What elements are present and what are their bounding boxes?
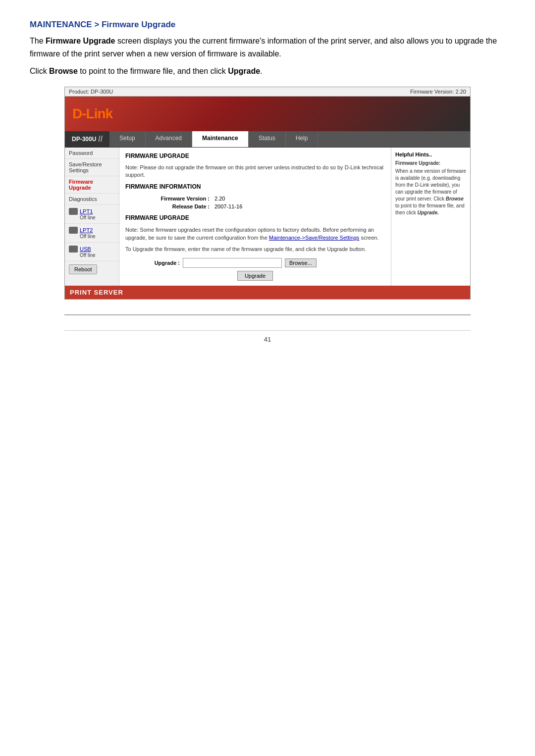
router-ui: Product: DP-300U Firmware Version: 2.20 … <box>64 87 471 300</box>
browse-reference: Browse <box>49 67 78 75</box>
nav-slash: // <box>98 135 103 144</box>
router-footer: PRINT SERVER <box>65 286 470 299</box>
sidebar: Password Save/RestoreSettings Firmware U… <box>65 148 119 286</box>
tab-maintenance[interactable]: Maintenance <box>192 131 249 147</box>
help-upgrade-ref: Upgrade. <box>417 210 438 215</box>
tab-setup[interactable]: Setup <box>109 131 145 147</box>
logo-d: D <box>72 106 82 121</box>
port-lpt1-link[interactable]: LPT1 <box>80 208 93 214</box>
upgrade-field-label: Upgrade : <box>145 260 180 266</box>
logo-link: -Link <box>82 106 112 121</box>
port-lpt1-icon <box>69 208 78 215</box>
browse-button[interactable]: Browse... <box>285 258 317 267</box>
firmware-upgrade2-section-title: FIRMWARE UPGRADE <box>125 214 385 223</box>
saverestore-link[interactable]: Maintenance->Save/Restore Settings <box>269 235 360 241</box>
firmware-version-row: Firmware Version : 2.20 <box>145 196 385 202</box>
port-usb-status: Off line <box>80 252 115 258</box>
click-instruction: Click Browse to point to the firmware fi… <box>30 65 505 78</box>
nav-brand: DP-300U // <box>65 131 109 147</box>
upgrade-note2: To Upgrade the firmware, enter the name … <box>125 245 385 253</box>
page-number: 41 <box>64 330 471 343</box>
firmware-version-field-label: Firmware Version : <box>145 196 210 202</box>
upgrade-submit-button[interactable]: Upgrade <box>237 271 273 281</box>
firmware-info-section-title: FIRMWARE INFORMATION <box>125 183 385 192</box>
sidebar-item-password[interactable]: Password <box>65 148 119 159</box>
sidebar-item-firmware[interactable]: Firmware Upgrade <box>65 176 119 194</box>
firmware-upgrade-section-title: FIRMWARE UPGRADE <box>125 152 385 161</box>
main-content: FIRMWARE UPGRADE Note: Please do not upg… <box>119 148 391 286</box>
router-header: D-Link <box>65 97 470 131</box>
upgrade-input-row: Upgrade : Browse... <box>145 258 385 268</box>
upgrade-form: Upgrade : Browse... Upgrade <box>125 258 385 281</box>
upgrade-reference: Upgrade <box>228 67 260 75</box>
intro-paragraph: The Firmware Upgrade screen displays you… <box>30 35 505 60</box>
release-date-row: Release Date : 2007-11-16 <box>145 203 385 209</box>
port-lpt2-status: Off line <box>80 234 115 239</box>
sidebar-item-saverestore[interactable]: Save/RestoreSettings <box>65 159 119 176</box>
tab-status[interactable]: Status <box>249 131 286 147</box>
port-usb-link[interactable]: USB <box>80 246 91 252</box>
port-lpt1-status: Off line <box>80 215 115 220</box>
port-lpt1-section: LPT1 Off line <box>65 205 119 224</box>
port-lpt2-link[interactable]: LPT2 <box>80 227 93 233</box>
router-nav: DP-300U // Setup Advanced Maintenance St… <box>65 131 470 148</box>
help-text: When a new version of firmware is availa… <box>395 168 466 216</box>
help-panel: Helpful Hints.. Firmware Upgrade: When a… <box>391 148 470 286</box>
page-header: MAINTENANCE > Firmware Upgrade The Firmw… <box>30 20 505 78</box>
nav-brand-text: DP-300U <box>72 136 96 143</box>
firmware-upgrade-bold: Firmware Upgrade <box>46 37 115 45</box>
reboot-button[interactable]: Reboot <box>69 264 97 274</box>
firmware-upgrade-note: Note: Please do not upgrade the firmware… <box>125 164 385 179</box>
router-topbar: Product: DP-300U Firmware Version: 2.20 <box>65 87 470 97</box>
port-lpt2-section: LPT2 Off line <box>65 224 119 243</box>
page-title: MAINTENANCE > Firmware Upgrade <box>30 20 505 30</box>
port-usb-row: USB <box>69 246 115 252</box>
help-browse-ref: Browse <box>446 196 464 202</box>
firmware-version-field-value: 2.20 <box>214 196 225 202</box>
port-lpt1-row: LPT1 <box>69 208 115 215</box>
tab-advanced[interactable]: Advanced <box>146 131 192 147</box>
page-divider <box>64 314 471 315</box>
help-subtitle: Firmware Upgrade: <box>395 160 466 166</box>
port-lpt2-row: LPT2 <box>69 227 115 234</box>
upgrade-submit-row: Upgrade <box>125 271 385 281</box>
dlink-logo: D-Link <box>72 106 112 122</box>
release-date-field-value: 2007-11-16 <box>214 203 242 209</box>
upgrade-note1: Note: Some firmware upgrades reset the c… <box>125 226 385 242</box>
help-title: Helpful Hints.. <box>395 151 466 157</box>
tab-help[interactable]: Help <box>286 131 319 147</box>
footer-text: PRINT SERVER <box>70 289 123 296</box>
upgrade-file-input[interactable] <box>183 258 282 268</box>
sidebar-item-diagnostics[interactable]: Diagnostics <box>65 194 119 205</box>
port-usb-icon <box>69 246 78 252</box>
firmware-version-label: Firmware Version: 2.20 <box>410 89 466 95</box>
release-date-field-label: Release Date : <box>145 203 210 209</box>
firmware-info-table: Firmware Version : 2.20 Release Date : 2… <box>145 196 385 209</box>
router-body: Password Save/RestoreSettings Firmware U… <box>65 148 470 286</box>
port-usb-section: USB Off line <box>65 243 119 261</box>
product-label: Product: DP-300U <box>69 89 113 95</box>
port-lpt2-icon <box>69 227 78 234</box>
